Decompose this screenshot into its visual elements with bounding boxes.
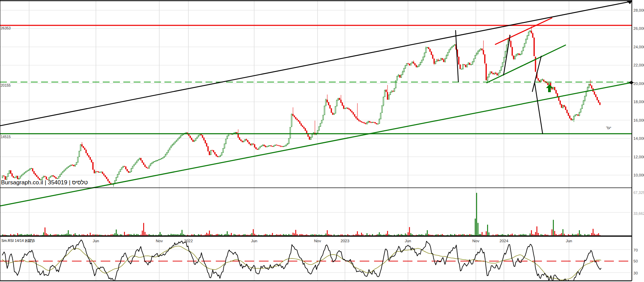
price-tick-label: 26,000 [633, 26, 644, 30]
price-tick-label: 16,000 [633, 118, 644, 122]
resistance-level-label: 26353 [1, 26, 11, 30]
date-tick-label: Nov [156, 239, 163, 243]
rsi-tick-label: 50 [633, 259, 638, 263]
chart-canvas[interactable]: 28,00026,00024,00022,00020,00018,00016,0… [0, 0, 644, 282]
price-tick-label: 20,000 [633, 82, 644, 86]
watermark-title: Bursagraph.co.il | 354019 | טלסיס [1, 179, 88, 186]
date-tick-label: Jun [251, 239, 258, 243]
up-arrow-icon [546, 84, 553, 88]
target-annotation-label: יעד [606, 126, 611, 130]
rsi-indicator-label: Sm.RSI 14/14 = 37.5 [1, 238, 35, 243]
up-arrow-shaft [548, 88, 551, 92]
rsi-smooth-line [2, 246, 601, 280]
rsi-tick-label: 70 [633, 248, 638, 252]
price-tick-label: 10,000 [633, 173, 644, 177]
price-tick-label: 14,000 [633, 136, 644, 140]
bursagraph-chart-root: 28,00026,00024,00022,00020,00018,00016,0… [0, 0, 644, 282]
date-tick-label: 2023 [340, 239, 349, 243]
price-tick-label: 22,000 [633, 63, 644, 67]
date-tick-label: Jun [93, 239, 99, 243]
price-tick-label: 18,000 [633, 100, 644, 104]
date-tick-label: 2024 [499, 239, 508, 243]
hand-drawn-mark [504, 35, 510, 75]
volume-tick-label: 33,662 [633, 211, 644, 216]
price-tick-label: 24,000 [633, 45, 644, 49]
date-tick-label: Jun [405, 239, 411, 243]
hand-drawn-mark [535, 83, 543, 134]
gap-support-level-label: 20155 [1, 83, 11, 87]
horizontal-levels [0, 25, 632, 134]
volume-tick-label: 67,325 [633, 191, 644, 195]
rsi-pane [0, 240, 632, 282]
trendline-diamond-icon [629, 81, 634, 84]
price-tick-label: 12,000 [633, 155, 644, 159]
volume-series [2, 193, 600, 236]
date-tick-label: 2022 [184, 239, 193, 243]
rsi-tick-label: 30 [633, 271, 638, 275]
date-tick-label: Jun [566, 239, 572, 243]
hand-drawn-mark [532, 56, 541, 91]
price-tick-label: 28,000 [633, 8, 644, 12]
date-tick-label: Nov [314, 239, 321, 243]
major-support-level-label: 14515 [1, 135, 11, 139]
date-tick-label: Nov [472, 239, 480, 243]
